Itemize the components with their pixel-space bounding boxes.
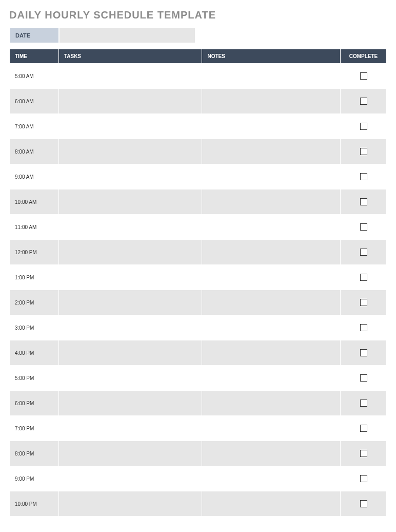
cell-tasks[interactable] <box>58 416 202 441</box>
complete-checkbox[interactable] <box>360 72 367 80</box>
cell-time: 10:00 PM <box>10 491 59 517</box>
cell-time: 7:00 PM <box>10 416 59 441</box>
complete-checkbox[interactable] <box>360 324 367 331</box>
complete-checkbox[interactable] <box>360 425 367 432</box>
cell-complete <box>341 391 387 416</box>
cell-complete <box>341 139 387 164</box>
cell-time: 5:00 PM <box>10 366 59 391</box>
date-input[interactable] <box>59 28 195 43</box>
cell-tasks[interactable] <box>58 64 202 89</box>
cell-complete <box>341 240 387 265</box>
cell-time: 5:00 AM <box>10 64 59 89</box>
cell-time: 9:00 AM <box>10 164 59 189</box>
complete-checkbox[interactable] <box>360 123 367 130</box>
cell-time: 6:00 PM <box>10 391 59 416</box>
table-row: 7:00 PM <box>10 416 387 441</box>
table-row: 10:00 PM <box>10 491 387 517</box>
cell-complete <box>341 189 387 215</box>
cell-notes[interactable] <box>202 114 341 139</box>
complete-checkbox[interactable] <box>360 374 367 382</box>
header-time: TIME <box>10 49 59 64</box>
complete-checkbox[interactable] <box>360 98 367 105</box>
complete-checkbox[interactable] <box>360 349 367 356</box>
cell-notes[interactable] <box>202 491 341 517</box>
cell-complete <box>341 441 387 466</box>
cell-complete <box>341 315 387 340</box>
complete-checkbox[interactable] <box>360 299 367 306</box>
cell-notes[interactable] <box>202 265 341 290</box>
cell-tasks[interactable] <box>58 189 202 215</box>
cell-notes[interactable] <box>202 215 341 240</box>
cell-tasks[interactable] <box>58 315 202 340</box>
table-row: 3:00 PM <box>10 315 387 340</box>
cell-complete <box>341 416 387 441</box>
complete-checkbox[interactable] <box>360 173 367 180</box>
table-row: 12:00 PM <box>10 240 387 265</box>
cell-notes[interactable] <box>202 290 341 315</box>
cell-complete <box>341 164 387 189</box>
cell-notes[interactable] <box>202 139 341 164</box>
cell-notes[interactable] <box>202 340 341 366</box>
cell-notes[interactable] <box>202 315 341 340</box>
cell-tasks[interactable] <box>58 391 202 416</box>
cell-time: 4:00 PM <box>10 340 59 366</box>
cell-notes[interactable] <box>202 64 341 89</box>
cell-notes[interactable] <box>202 89 341 114</box>
cell-tasks[interactable] <box>58 366 202 391</box>
table-row: 11:00 AM <box>10 215 387 240</box>
cell-notes[interactable] <box>202 391 341 416</box>
cell-tasks[interactable] <box>58 466 202 491</box>
cell-complete <box>341 89 387 114</box>
table-header-row: TIME TASKS NOTES COMPLETE <box>10 49 387 64</box>
header-complete: COMPLETE <box>341 49 387 64</box>
cell-notes[interactable] <box>202 189 341 215</box>
cell-time: 1:00 PM <box>10 265 59 290</box>
header-notes: NOTES <box>202 49 341 64</box>
cell-notes[interactable] <box>202 466 341 491</box>
schedule-table: TIME TASKS NOTES COMPLETE 5:00 AM6:00 AM… <box>9 49 387 517</box>
cell-tasks[interactable] <box>58 441 202 466</box>
cell-notes[interactable] <box>202 164 341 189</box>
table-row: 9:00 PM <box>10 466 387 491</box>
cell-tasks[interactable] <box>58 265 202 290</box>
cell-complete <box>341 340 387 366</box>
complete-checkbox[interactable] <box>360 148 367 155</box>
complete-checkbox[interactable] <box>360 249 367 256</box>
cell-tasks[interactable] <box>58 89 202 114</box>
cell-tasks[interactable] <box>58 215 202 240</box>
table-row: 7:00 AM <box>10 114 387 139</box>
table-row: 2:00 PM <box>10 290 387 315</box>
cell-tasks[interactable] <box>58 164 202 189</box>
cell-tasks[interactable] <box>58 139 202 164</box>
date-label: DATE <box>10 28 59 43</box>
cell-notes[interactable] <box>202 441 341 466</box>
table-row: 6:00 AM <box>10 89 387 114</box>
cell-tasks[interactable] <box>58 340 202 366</box>
cell-complete <box>341 64 387 89</box>
complete-checkbox[interactable] <box>360 400 367 407</box>
table-row: 5:00 PM <box>10 366 387 391</box>
cell-time: 6:00 AM <box>10 89 59 114</box>
cell-notes[interactable] <box>202 366 341 391</box>
cell-complete <box>341 215 387 240</box>
complete-checkbox[interactable] <box>360 198 367 205</box>
complete-checkbox[interactable] <box>360 500 367 507</box>
complete-checkbox[interactable] <box>360 274 367 281</box>
cell-tasks[interactable] <box>58 240 202 265</box>
cell-complete <box>341 466 387 491</box>
page-title: DAILY HOURLY SCHEDULE TEMPLATE <box>9 9 387 21</box>
cell-tasks[interactable] <box>58 290 202 315</box>
cell-complete <box>341 290 387 315</box>
cell-complete <box>341 491 387 517</box>
cell-tasks[interactable] <box>58 114 202 139</box>
complete-checkbox[interactable] <box>360 450 367 457</box>
table-row: 5:00 AM <box>10 64 387 89</box>
cell-notes[interactable] <box>202 416 341 441</box>
cell-notes[interactable] <box>202 240 341 265</box>
table-row: 8:00 AM <box>10 139 387 164</box>
cell-time: 3:00 PM <box>10 315 59 340</box>
cell-tasks[interactable] <box>58 491 202 517</box>
complete-checkbox[interactable] <box>360 475 367 482</box>
cell-time: 7:00 AM <box>10 114 59 139</box>
complete-checkbox[interactable] <box>360 223 367 231</box>
